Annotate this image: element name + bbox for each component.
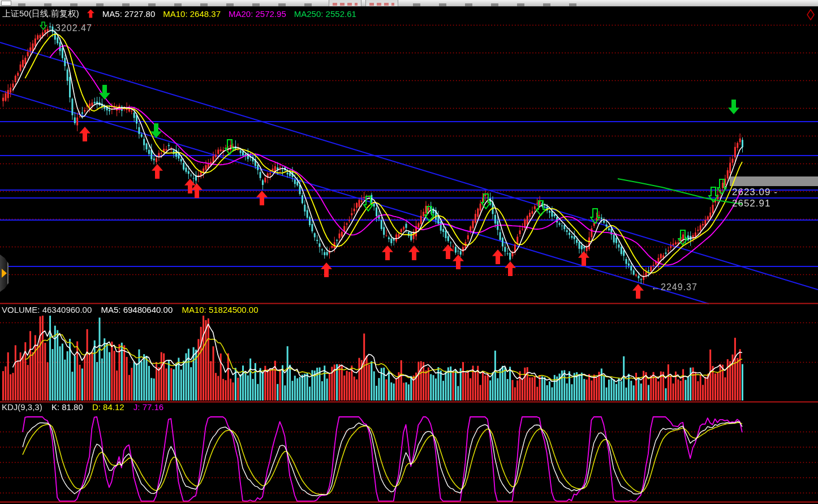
toolbar-button-2-text-clipped <box>369 3 394 6</box>
menu-items-clipped-right <box>413 3 594 6</box>
menu-logo-box <box>1 1 11 6</box>
toolbar-button-1[interactable] <box>329 0 361 6</box>
trading-app-window: 上证50(日线.前复权) MA5: 2727.80 MA10: 2648.37 … <box>0 0 818 504</box>
main-chart-canvas[interactable] <box>0 0 818 504</box>
expand-arrow-icon <box>2 269 7 278</box>
menu-bar-cutoff[interactable] <box>0 0 818 7</box>
menu-items-clipped <box>18 3 324 6</box>
toolbar-button-1-text-clipped <box>333 3 358 6</box>
toolbar-button-2[interactable] <box>365 0 398 6</box>
